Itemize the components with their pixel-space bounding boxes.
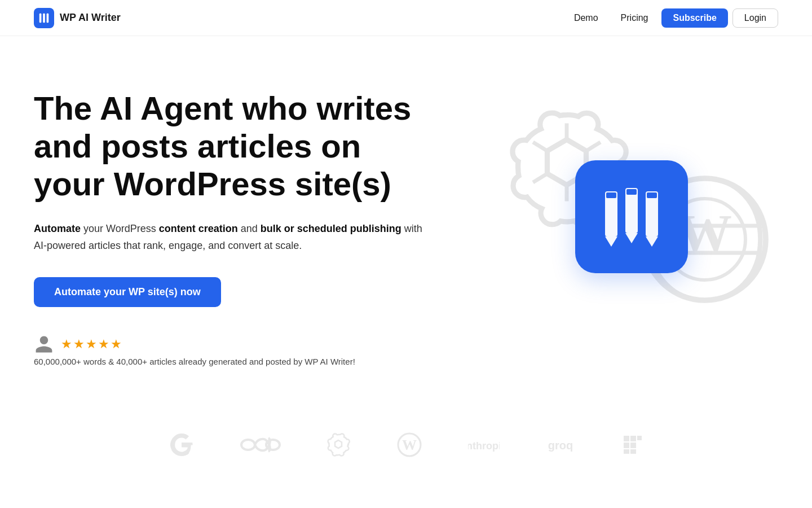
pricing-link[interactable]: Pricing xyxy=(612,8,657,28)
svg-rect-32 xyxy=(624,443,629,448)
svg-rect-33 xyxy=(630,443,636,448)
svg-marker-18 xyxy=(625,233,638,243)
openai-logo-bottom xyxy=(326,432,351,457)
svg-marker-15 xyxy=(605,237,617,247)
svg-rect-19 xyxy=(626,189,637,195)
bottom-logos-row: W anthropic groq xyxy=(0,409,812,481)
hero-title: The AI Agent who writes and posts articl… xyxy=(34,90,429,203)
star-4: ★ xyxy=(98,337,109,352)
hero-section: The AI Agent who writes and posts articl… xyxy=(0,36,812,397)
hero-illustration: W xyxy=(485,81,778,375)
svg-rect-31 xyxy=(637,436,642,440)
avatar-icon xyxy=(34,334,54,354)
hero-content: The AI Agent who writes and posts articl… xyxy=(34,90,429,366)
star-rating: ★ ★ ★ ★ ★ xyxy=(61,337,122,352)
svg-rect-2 xyxy=(47,13,49,23)
social-proof-text: 60,000,000+ words & 40,000+ articles alr… xyxy=(34,357,429,366)
logo-link[interactable]: WP AI Writer xyxy=(34,8,121,28)
subscribe-button[interactable]: Subscribe xyxy=(661,8,727,28)
navbar: WP AI Writer Demo Pricing Subscribe Logi… xyxy=(0,0,812,36)
cta-button[interactable]: Automate your WP site(s) now xyxy=(34,277,221,307)
svg-text:anthropic: anthropic xyxy=(468,440,500,452)
wordpress-logo-bottom: W xyxy=(396,431,423,458)
mistral-logo xyxy=(621,433,644,456)
hero-desc-automate: Automate xyxy=(34,223,81,234)
star-1: ★ xyxy=(61,337,72,352)
svg-line-4 xyxy=(586,142,601,151)
hero-desc-t2: and xyxy=(238,223,261,234)
logo-icon xyxy=(34,8,54,28)
svg-rect-1 xyxy=(43,13,45,23)
svg-line-7 xyxy=(533,174,547,183)
svg-line-8 xyxy=(533,142,547,151)
star-5: ★ xyxy=(111,337,122,352)
nav-links: Demo Pricing Subscribe Login xyxy=(565,8,778,28)
svg-rect-30 xyxy=(630,436,636,441)
svg-rect-16 xyxy=(606,192,616,198)
hero-description: Automate your WordPress content creation… xyxy=(34,221,429,254)
svg-text:W: W xyxy=(402,437,417,453)
svg-rect-29 xyxy=(624,436,629,441)
anthropic-logo: anthropic xyxy=(468,435,500,455)
star-3: ★ xyxy=(86,337,97,352)
svg-marker-21 xyxy=(646,237,658,247)
meta-logo xyxy=(240,435,281,455)
svg-point-23 xyxy=(241,440,255,450)
hero-desc-bulk: bulk or scheduled publishing xyxy=(261,223,401,234)
svg-text:groq: groq xyxy=(548,439,573,452)
groq-logo: groq xyxy=(545,435,576,455)
svg-rect-35 xyxy=(630,449,636,454)
svg-rect-0 xyxy=(39,13,42,23)
logo-text: WP AI Writer xyxy=(60,12,121,24)
social-proof-row: ★ ★ ★ ★ ★ xyxy=(34,334,429,354)
hero-desc-t1: your WordPress xyxy=(81,223,159,234)
svg-rect-34 xyxy=(624,449,629,454)
social-proof: ★ ★ ★ ★ ★ 60,000,000+ words & 40,000+ ar… xyxy=(34,334,429,366)
svg-rect-22 xyxy=(647,192,657,198)
demo-link[interactable]: Demo xyxy=(565,8,607,28)
login-button[interactable]: Login xyxy=(732,8,778,28)
star-2: ★ xyxy=(73,337,85,352)
app-icon-illustration xyxy=(575,160,688,273)
hero-desc-content-creation: content creation xyxy=(159,223,238,234)
pencils-icon xyxy=(595,180,668,253)
google-logo xyxy=(168,431,195,458)
